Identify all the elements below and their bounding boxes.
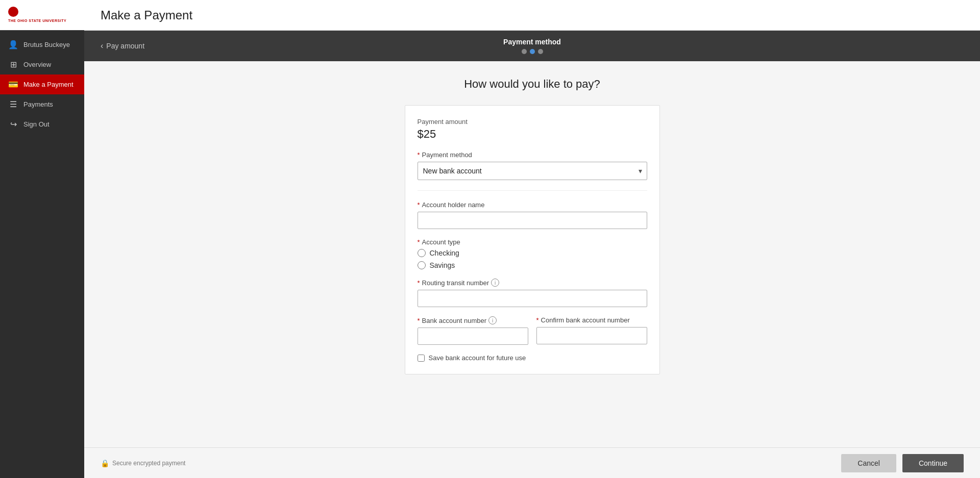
secure-text: Secure encrypted payment xyxy=(112,460,185,467)
sidebar-logo: The Ohio State University xyxy=(0,0,84,31)
account-holder-group: * Account holder name xyxy=(418,201,647,229)
confirm-account-input[interactable] xyxy=(536,327,647,344)
routing-label-text: Routing transit number xyxy=(422,279,489,287)
form-heading: How would you like to pay? xyxy=(405,78,660,91)
step-label: Payment method xyxy=(503,38,561,46)
sidebar-item-user[interactable]: 👤 Brutus Buckeye xyxy=(0,35,84,55)
back-button[interactable]: ‹ Pay amount xyxy=(101,41,144,51)
bank-account-label: * Bank account number i xyxy=(418,316,528,324)
payment-method-label: * Payment method xyxy=(418,151,647,159)
bank-account-group: * Bank account number i * Confirm bank a… xyxy=(418,316,647,345)
sidebar-item-make-payment[interactable]: 💳 Make a Payment xyxy=(0,74,84,94)
cancel-button[interactable]: Cancel xyxy=(841,454,896,472)
back-label: Pay amount xyxy=(106,42,144,50)
payment-method-select-wrapper: New bank account Saved account ▾ xyxy=(418,162,647,180)
bank-account-required: * xyxy=(418,317,420,324)
radio-checking-label: Checking xyxy=(430,249,459,257)
footer-bar: 🔒 Secure encrypted payment Cancel Contin… xyxy=(84,447,980,478)
routing-required: * xyxy=(418,279,420,287)
sidebar-nav: 👤 Brutus Buckeye ⊞ Overview 💳 Make a Pay… xyxy=(0,31,84,478)
payment-method-select[interactable]: New bank account Saved account xyxy=(418,162,647,180)
payment-amount-label: Payment amount xyxy=(418,118,647,125)
page-title: Make a Payment xyxy=(101,8,192,22)
account-holder-label: * Account holder name xyxy=(418,201,647,209)
save-checkbox-label[interactable]: Save bank account for future use xyxy=(429,354,526,362)
content-area: How would you like to pay? Payment amoun… xyxy=(84,61,980,447)
form-section: Payment amount $25 * Payment method New … xyxy=(405,105,660,374)
routing-group: * Routing transit number i xyxy=(418,279,647,307)
sidebar: The Ohio State University 👤 Brutus Bucke… xyxy=(0,0,84,478)
step-info: Payment method xyxy=(503,38,561,54)
routing-input[interactable] xyxy=(418,290,647,307)
payment-amount-value: $25 xyxy=(418,128,647,141)
sidebar-item-sign-out[interactable]: ↪ Sign Out xyxy=(0,114,84,134)
form-container: How would you like to pay? Payment amoun… xyxy=(405,78,660,374)
sign-out-icon: ↪ xyxy=(8,119,18,129)
bank-account-input[interactable] xyxy=(418,328,528,345)
section-divider xyxy=(418,190,647,191)
account-type-label: * Account type xyxy=(418,238,647,246)
account-type-group: * Account type Checking Savings xyxy=(418,238,647,269)
secure-badge: 🔒 Secure encrypted payment xyxy=(101,459,185,467)
bank-account-info-icon[interactable]: i xyxy=(488,316,497,324)
sidebar-user-label: Brutus Buckeye xyxy=(23,41,70,48)
payment-icon: 💳 xyxy=(8,80,18,89)
account-type-label-text: Account type xyxy=(422,238,460,246)
radio-checking-input[interactable] xyxy=(418,249,426,257)
step-dot-3 xyxy=(538,49,543,54)
user-icon: 👤 xyxy=(8,40,18,49)
sidebar-sign-out-label: Sign Out xyxy=(23,120,50,128)
save-checkbox[interactable] xyxy=(418,355,425,362)
radio-savings[interactable]: Savings xyxy=(418,261,647,269)
sidebar-overview-label: Overview xyxy=(23,61,51,68)
confirm-account-required: * xyxy=(536,316,539,324)
confirm-account-label: * Confirm bank account number xyxy=(536,316,647,324)
top-header: Make a Payment xyxy=(84,0,980,31)
footer-buttons: Cancel Continue xyxy=(841,454,964,472)
save-checkbox-row: Save bank account for future use xyxy=(418,354,647,362)
sidebar-make-payment-label: Make a Payment xyxy=(23,81,74,88)
payment-method-required: * xyxy=(418,151,420,159)
bank-account-label-text: Bank account number xyxy=(422,317,486,324)
bank-account-two-col: * Bank account number i * Confirm bank a… xyxy=(418,316,647,345)
back-arrow-icon: ‹ xyxy=(101,41,103,51)
step-dot-1 xyxy=(522,49,527,54)
step-dots xyxy=(503,49,561,54)
sidebar-item-payments[interactable]: ☰ Payments xyxy=(0,94,84,114)
routing-info-icon[interactable]: i xyxy=(491,279,499,287)
bank-account-col: * Bank account number i xyxy=(418,316,528,345)
payment-method-group: * Payment method New bank account Saved … xyxy=(418,151,647,180)
overview-icon: ⊞ xyxy=(8,60,18,69)
step-dot-2 xyxy=(530,49,535,54)
confirm-account-col: * Confirm bank account number xyxy=(536,316,647,345)
account-holder-required: * xyxy=(418,201,420,209)
confirm-account-label-text: Confirm bank account number xyxy=(541,316,630,324)
osu-logo-icon xyxy=(8,7,18,17)
lock-icon: 🔒 xyxy=(101,459,109,467)
step-header: ‹ Pay amount Payment method xyxy=(84,31,980,61)
radio-checking[interactable]: Checking xyxy=(418,249,647,257)
radio-savings-input[interactable] xyxy=(418,261,426,269)
account-holder-label-text: Account holder name xyxy=(422,201,485,209)
osu-logo-text: The Ohio State University xyxy=(8,18,66,23)
continue-button[interactable]: Continue xyxy=(902,454,964,472)
account-type-required: * xyxy=(418,238,420,246)
payment-amount-group: Payment amount $25 xyxy=(418,118,647,141)
payments-icon: ☰ xyxy=(8,99,18,109)
account-holder-input[interactable] xyxy=(418,212,647,229)
radio-savings-label: Savings xyxy=(430,261,455,269)
main-area: Make a Payment ‹ Pay amount Payment meth… xyxy=(84,0,980,478)
payment-method-label-text: Payment method xyxy=(422,151,472,159)
sidebar-payments-label: Payments xyxy=(23,100,53,108)
sidebar-item-overview[interactable]: ⊞ Overview xyxy=(0,55,84,74)
routing-label: * Routing transit number i xyxy=(418,279,647,287)
account-type-radio-group: Checking Savings xyxy=(418,249,647,269)
